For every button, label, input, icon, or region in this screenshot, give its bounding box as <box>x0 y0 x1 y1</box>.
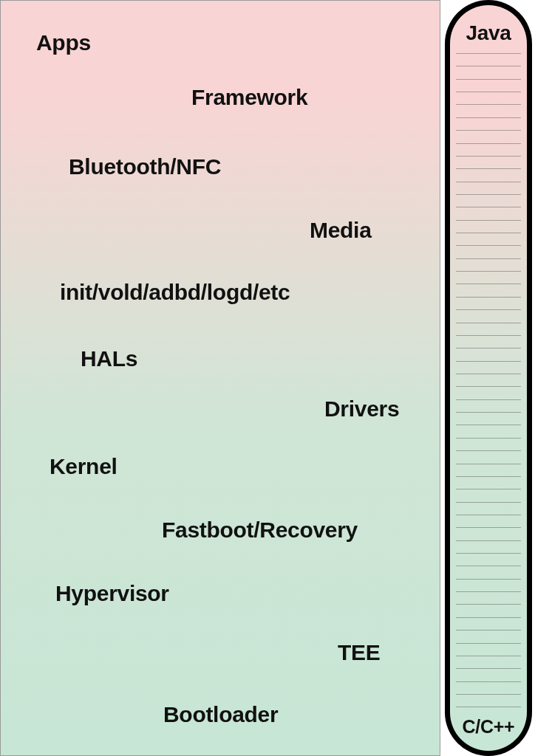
gauge-tick <box>456 668 521 669</box>
layer-label: Media <box>310 218 372 243</box>
gauge-tick <box>456 104 521 105</box>
gauge-tick <box>456 361 521 362</box>
gauge-tick <box>456 374 521 374</box>
gauge-tick <box>456 130 521 131</box>
gauge-tick <box>456 464 521 464</box>
language-gauge: Java C/C++ <box>445 0 532 756</box>
gauge-tick-area <box>456 53 521 708</box>
gauge-tick <box>456 79 521 80</box>
layer-label: Hypervisor <box>55 581 169 606</box>
layer-label: Bluetooth/NFC <box>69 154 221 179</box>
gauge-bottom-label: C/C++ <box>450 716 527 738</box>
gauge-top-label: Java <box>450 21 527 45</box>
gauge-tick <box>456 617 521 618</box>
layer-label: Fastboot/Recovery <box>162 518 358 543</box>
layer-label: Bootloader <box>163 702 278 727</box>
gauge-tick <box>456 450 521 451</box>
gauge-tick <box>456 707 521 707</box>
gauge-tick <box>456 553 521 554</box>
gauge-tick <box>456 425 521 425</box>
layer-label: HALs <box>81 346 137 371</box>
gauge-tick <box>456 438 521 439</box>
gauge-tick <box>456 271 521 272</box>
gauge-tick <box>456 168 521 169</box>
layer-label: Drivers <box>324 396 399 422</box>
gauge-tick <box>456 386 521 387</box>
gauge-tick <box>456 143 521 144</box>
layer-label: Apps <box>36 30 91 55</box>
gauge-tick <box>456 540 521 541</box>
gauge-tick <box>456 245 521 246</box>
gauge-tick <box>456 502 521 503</box>
gauge-tick <box>456 515 521 515</box>
gauge-tick <box>456 591 521 592</box>
gauge-tick <box>456 412 521 413</box>
gauge-tick <box>456 117 521 118</box>
gauge-tick <box>456 579 521 580</box>
gauge-tick <box>456 258 521 259</box>
layer-label: init/vold/adbd/logd/etc <box>60 280 290 305</box>
gauge-tick <box>456 630 521 630</box>
gauge-tick <box>456 182 521 182</box>
gauge-tick <box>456 335 521 336</box>
gauge-tick <box>456 297 521 298</box>
gauge-tick <box>456 489 521 489</box>
gauge-tick <box>456 309 521 310</box>
gauge-tick <box>456 233 521 233</box>
layer-label: TEE <box>338 640 380 665</box>
gauge-tick <box>456 399 521 400</box>
gauge-tick <box>456 604 521 605</box>
gauge-tick <box>456 92 521 92</box>
language-gauge-inner: Java C/C++ <box>450 5 527 751</box>
gauge-tick <box>456 643 521 644</box>
layer-label: Framework <box>191 85 307 110</box>
gauge-tick <box>456 476 521 477</box>
gauge-tick <box>456 156 521 157</box>
gauge-tick <box>456 566 521 566</box>
gauge-tick <box>456 53 521 54</box>
layer-label: Kernel <box>50 454 117 479</box>
gauge-tick <box>456 656 521 656</box>
gauge-tick <box>456 527 521 528</box>
gauge-tick <box>456 207 521 207</box>
gauge-tick <box>456 66 521 66</box>
layer-stack-panel: AppsFrameworkBluetooth/NFCMediainit/vold… <box>0 0 440 756</box>
gauge-tick <box>456 284 521 284</box>
gauge-tick <box>456 194 521 195</box>
gauge-tick <box>456 323 521 323</box>
gauge-tick <box>456 681 521 682</box>
gauge-tick <box>456 694 521 695</box>
gauge-tick <box>456 348 521 348</box>
gauge-tick <box>456 220 521 221</box>
